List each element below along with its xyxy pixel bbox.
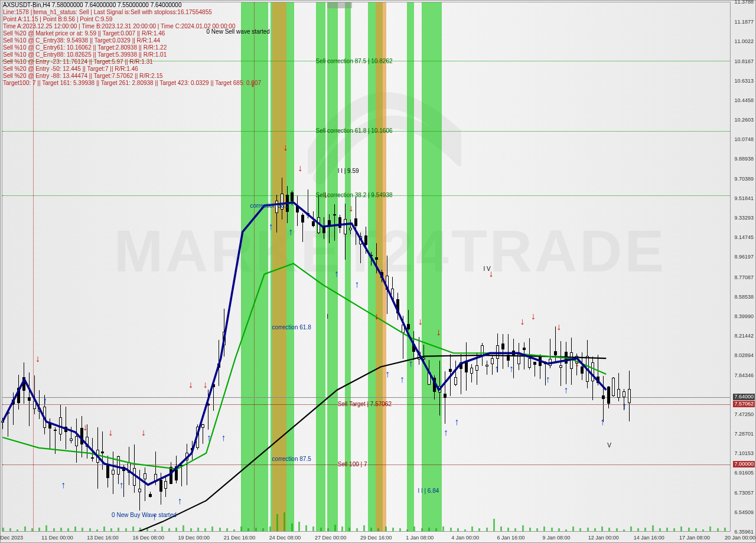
arrow-up-icon: ↑: [546, 375, 550, 384]
volume-bar: [421, 528, 423, 531]
arrow-down-icon: ↓: [188, 381, 193, 389]
time-tick: 6 Jan 16:00: [497, 535, 524, 541]
chart-annotation: correction 61.8: [272, 324, 311, 331]
volume-bar: [702, 529, 704, 531]
volume-bar: [291, 524, 293, 531]
volume-bar: [666, 528, 668, 531]
arrow-down-icon: ↓: [141, 428, 146, 437]
volume-bar: [168, 528, 170, 531]
arrow-down-icon: ↓: [520, 318, 524, 326]
volume-bar: [558, 528, 560, 531]
volume-bar: [305, 525, 307, 531]
volume-bar: [17, 529, 18, 531]
arrow-down-icon: ↓: [283, 143, 288, 152]
volume-bar: [356, 528, 358, 531]
volume-bar: [139, 528, 141, 531]
arrow-up-icon: ↑: [207, 434, 211, 442]
price-tick: 10.0748: [734, 137, 754, 142]
info-line: Point A:11.15 | Point B:8.56 | Point C:9…: [3, 16, 261, 23]
arrow-up-icon: ↑: [354, 280, 359, 289]
volume-bar: [688, 528, 690, 531]
volume-bar: [197, 528, 199, 531]
chart-annotation: Sell 100 | 7: [338, 461, 367, 467]
volume-bar: [644, 528, 646, 531]
volume-bar: [601, 526, 603, 531]
price-tick: 8.02894: [734, 353, 754, 358]
price-tick: 8.96197: [734, 254, 754, 260]
arrow-up-icon: ↑: [334, 270, 339, 278]
volume-bar: [442, 526, 444, 531]
info-line: Sell %20 @ Entry -50: 12.445 || Target:7…: [3, 66, 261, 73]
price-tick: 11.1877: [734, 19, 754, 25]
chart-annotation: I I | 6.84: [418, 488, 439, 494]
info-line: Sell %20 @ Entry -88: 13.44474 || Target…: [3, 73, 261, 80]
info-line: Target100: 7 || Target 161: 5.39938 || T…: [3, 80, 261, 87]
price-tick: 10.8167: [734, 59, 754, 64]
volume-bar: [53, 528, 55, 531]
price-badge: 7.00000: [733, 461, 755, 467]
price-tick: 10.2603: [734, 117, 754, 123]
volume-bar: [334, 525, 336, 531]
vertical-band: [327, 2, 352, 8]
volume-bar: [233, 529, 235, 531]
price-tick: 6.73057: [734, 490, 754, 496]
chart-annotation: correction 38.2: [250, 202, 289, 209]
volume-bar: [630, 526, 632, 531]
volume-bar: [89, 528, 91, 531]
volume-bar: [226, 528, 228, 531]
volume-bar: [616, 528, 618, 531]
info-line: Sell %10 @ Entry -23: 11.76124 || Target…: [3, 58, 261, 66]
chart-annotation: V: [607, 442, 611, 449]
info-line: Time A:2023.12.25 12:00:00 | Time B:2023…: [3, 23, 261, 30]
vertical-band: [316, 2, 325, 531]
price-badge: 7.57062: [733, 401, 755, 407]
arrow-up-icon: ↑: [409, 359, 413, 368]
volume-bar: [478, 528, 480, 531]
info-line: Sell %10 @ C_Entry88: 10.82625 || Target…: [3, 51, 261, 58]
volume-bar: [695, 528, 697, 531]
arrow-down-icon: ↓: [298, 164, 302, 172]
volume-bar: [399, 528, 401, 531]
price-tick: 11.3788: [734, 0, 754, 5]
volume-bar: [659, 528, 661, 531]
price-tick: 7.47250: [734, 412, 754, 417]
vertical-band: [327, 2, 337, 531]
volume-bar: [428, 528, 430, 531]
volume-bar: [457, 528, 459, 531]
volume-bar: [363, 525, 365, 531]
chart-annotation: correction 87.5: [272, 456, 311, 462]
volume-bar: [348, 528, 350, 531]
time-tick: 19 Dec 00:00: [178, 535, 210, 541]
volume-bar: [74, 526, 76, 531]
volume-bar: [493, 519, 495, 531]
volume-bar: [204, 528, 206, 531]
arrow-up-icon: ↑: [622, 402, 627, 410]
arrow-up-icon: ↑: [177, 497, 182, 505]
info-line: Sell %10 @ C_Entry61: 10.16062 || Target…: [3, 44, 261, 51]
arrow-down-icon: ↓: [83, 423, 87, 431]
arrow-up-icon: ↑: [400, 375, 405, 384]
volume-bar: [96, 529, 98, 531]
volume-bar: [680, 526, 682, 531]
arrow-down-icon: ↓: [418, 318, 423, 326]
volume-bar: [219, 528, 221, 531]
time-tick: 9 Jan 08:00: [543, 535, 571, 541]
price-tick: 7.28701: [734, 431, 754, 437]
volume-bar: [514, 528, 516, 531]
chart-annotation: Sell correction 61.8 | 10.1606: [316, 127, 393, 134]
volume-bar: [38, 528, 40, 531]
volume-bar: [175, 528, 177, 531]
time-tick: 4 Jan 00:00: [451, 535, 479, 541]
price-tick: 11.0022: [734, 39, 754, 44]
volume-bar: [276, 514, 278, 531]
chart-annotation: I V: [483, 266, 490, 272]
price-tick: 8.21442: [734, 333, 754, 339]
time-axis: 8 Dec 202311 Dec 00:0013 Dec 16:0016 Dec…: [2, 533, 731, 542]
arrow-down-icon: ↓: [348, 204, 353, 212]
chart-annotation: I: [327, 313, 328, 320]
price-tick: 9.70389: [734, 176, 754, 182]
volume-bar: [211, 526, 213, 531]
vertical-band: [272, 2, 287, 531]
volume-bar: [269, 526, 271, 531]
volume-bar: [579, 528, 581, 531]
